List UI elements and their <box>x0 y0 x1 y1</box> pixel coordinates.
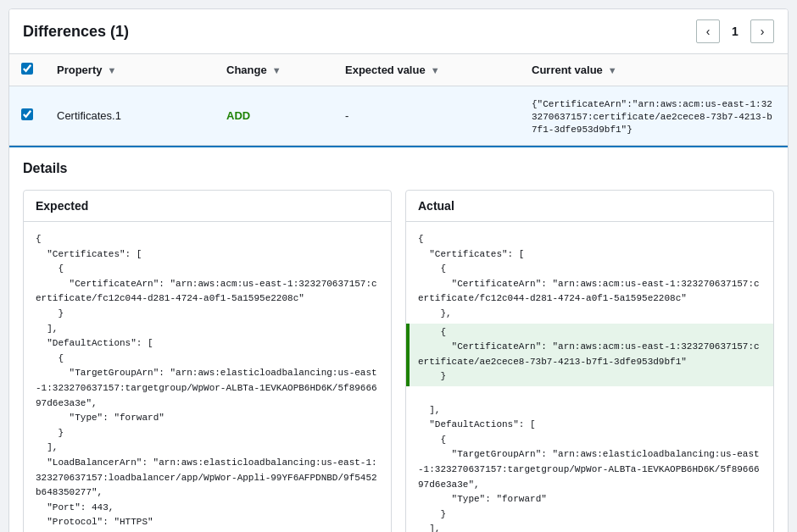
header-nav: ‹ 1 › <box>696 19 774 43</box>
prev-page-button[interactable]: ‹ <box>696 19 720 43</box>
expected-filter-icon[interactable]: ▼ <box>431 65 440 75</box>
expected-code: { "Certificates": [ { "CertificateArn": … <box>24 222 391 532</box>
differences-table: Property ▼ Change ▼ Expected value <box>9 54 788 146</box>
current-col-header: Current value <box>532 64 603 76</box>
change-col-header: Change <box>226 64 267 76</box>
main-container: Differences (1) ‹ 1 › Property ▼ <box>8 8 789 532</box>
row-checkbox[interactable] <box>21 108 33 120</box>
row-expected: - <box>345 109 348 122</box>
expected-col-header: Expected value <box>345 64 426 76</box>
expected-panel: Expected { "Certificates": [ { "Certific… <box>23 190 392 532</box>
actual-code: { "Certificates": [ { "CertificateArn": … <box>406 222 773 532</box>
details-title: Details <box>23 161 774 176</box>
actual-panel: Actual { "Certificates": [ { "Certificat… <box>405 190 774 532</box>
details-section: Details Expected { "Certificates": [ { "… <box>9 147 788 532</box>
header: Differences (1) ‹ 1 › <box>9 9 788 54</box>
highlight-block: { "CertificateArn": "arn:aws:acm:us-east… <box>406 324 773 386</box>
row-current: {"CertificateArn":"arn:aws:acm:us-east-1… <box>532 99 772 135</box>
actual-panel-title: Actual <box>406 191 773 222</box>
page-number: 1 <box>727 25 744 38</box>
table-row: Certificates.1 ADD - {"CertificateArn":"… <box>9 86 788 146</box>
property-col-header: Property <box>57 64 102 76</box>
select-all-checkbox[interactable] <box>21 63 33 75</box>
next-page-button[interactable]: › <box>750 19 774 43</box>
change-filter-icon[interactable]: ▼ <box>272 65 281 75</box>
differences-table-container: Property ▼ Change ▼ Expected value <box>9 54 788 147</box>
header-title: Differences (1) <box>23 23 129 41</box>
row-change: ADD <box>226 109 250 122</box>
details-grid: Expected { "Certificates": [ { "Certific… <box>23 190 774 532</box>
property-filter-icon[interactable]: ▼ <box>107 65 116 75</box>
current-filter-icon[interactable]: ▼ <box>608 65 617 75</box>
row-property: Certificates.1 <box>57 109 121 122</box>
expected-panel-title: Expected <box>24 191 391 222</box>
